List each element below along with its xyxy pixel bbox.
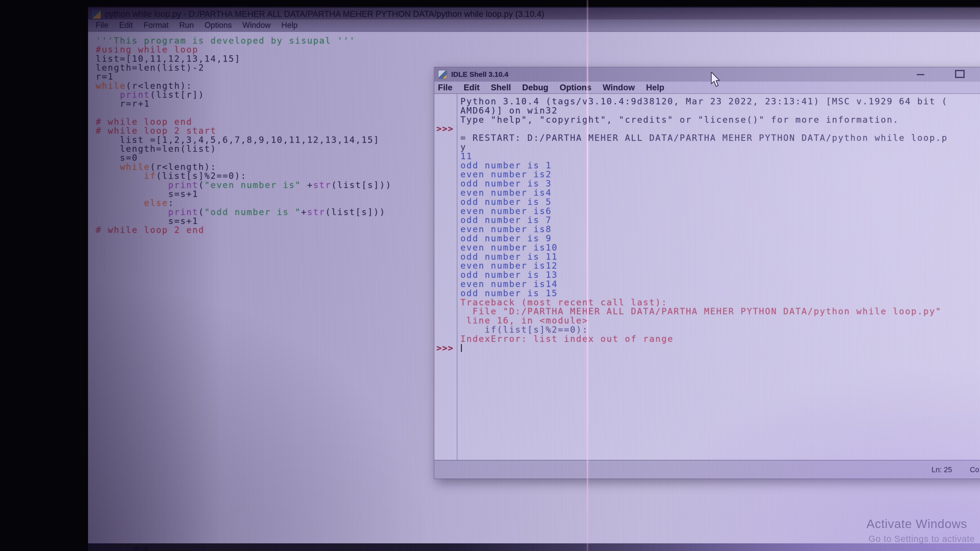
menu-item-file[interactable]: File [96,21,108,30]
shell-output: Python 3.10.4 (tags/v3.10.4:9d38120, Mar… [460,97,980,353]
text-caret [461,344,462,352]
menu-item-shell[interactable]: Shell [491,83,511,92]
idle-shell-window: IDLE Shell 3.10.4 FileEditShellDebugOpti… [434,67,980,479]
shell-line: if(list[s]%2==0): [460,325,980,334]
shell-line: odd number is 5 [460,197,980,206]
shell-line: odd number is 1 [460,161,980,170]
shell-line: even number is2 [460,170,980,179]
menu-item-window[interactable]: Window [242,21,270,30]
menu-item-window[interactable]: Window [603,83,635,92]
shell-line: File "D:/PARTHA MEHER ALL DATA/PARTHA ME… [460,307,980,316]
shell-prompt: >>> [436,344,453,353]
python-file-icon [92,10,101,19]
minimize-icon[interactable] [917,74,924,75]
search-icon[interactable] [195,546,203,551]
windows-taskbar [88,543,980,551]
shell-line: line 16, in <module> [460,316,980,325]
shell-line: odd number is 13 [460,270,980,279]
shell-line: odd number is 11 [460,252,980,262]
shell-line: odd number is 3 [460,179,980,188]
activate-windows-subtext: Go to Settings to activate [869,534,975,544]
shell-line [460,124,980,133]
shell-line [460,344,980,353]
code-line: #using while loop [96,45,980,54]
menu-item-debug[interactable]: Debug [522,83,549,92]
shell-line: = RESTART: D:/PARTHA MEHER ALL DATA/PART… [460,133,980,143]
shell-line: even number is4 [460,188,980,197]
shell-titlebar[interactable]: IDLE Shell 3.10.4 [434,67,980,82]
status-line-number: Ln: 25 [932,465,952,474]
shell-line: Python 3.10.4 (tags/v3.10.4:9d38120, Mar… [460,97,980,106]
shell-line: even number is8 [460,225,980,234]
shell-line: even number is10 [460,243,980,252]
shell-line: y [460,143,980,152]
monitor-screen: python while loop.py - D:/PARTHA MEHER A… [88,6,980,551]
menu-item-format[interactable]: Format [143,21,169,30]
editor-titlebar[interactable]: python while loop.py - D:/PARTHA MEHER A… [88,6,980,21]
shell-menubar: FileEditShellDebugOptionsWindowHelp [434,82,980,94]
shell-line: even number is6 [460,206,980,216]
code-line: list=[10,11,12,13,14,15] [96,54,980,63]
shell-line: AMD64)] on win32 [460,106,980,115]
shell-line: odd number is 15 [460,289,980,298]
code-line: '''This program is developed by sisupal … [96,36,980,45]
editor-window-title: python while loop.py - D:/PARTHA MEHER A… [105,9,544,19]
shell-line: even number is14 [460,279,980,289]
activate-windows-watermark: Activate Windows [866,517,967,531]
shell-line: Traceback (most recent call last): [460,298,980,307]
shell-statusbar: Ln: 25 Co [434,460,980,478]
menu-item-file[interactable]: File [438,83,452,92]
shell-window-title: IDLE Shell 3.10.4 [451,70,508,79]
menu-item-help[interactable]: Help [646,83,665,92]
shell-line: Type "help", "copyright", "credits" or "… [460,115,980,124]
editor-menubar: FileEditFormatRunOptionsWindowHelp [88,19,980,32]
menu-item-options[interactable]: Options [204,21,232,30]
menu-item-help[interactable]: Help [282,21,298,30]
status-column-number: Co [970,465,979,474]
shell-line: 11 [460,152,980,161]
shell-prompt: >>> [436,124,453,133]
menu-item-edit[interactable]: Edit [464,83,479,92]
shell-line: IndexError: list index out of range [460,334,980,344]
shell-sidebar-divider [457,94,457,460]
maximize-icon[interactable] [955,70,965,78]
menu-item-options[interactable]: Options [560,83,592,92]
photo-of-monitor: { "editor": { "title": "python while loo… [0,0,980,551]
mouse-cursor-icon [711,72,724,88]
idle-shell-icon [438,70,447,79]
shell-line: odd number is 7 [460,216,980,225]
menu-item-edit[interactable]: Edit [119,21,133,30]
windows-start-icon[interactable] [135,547,148,551]
shell-line: even number is12 [460,261,980,270]
shell-text-area[interactable]: Python 3.10.4 (tags/v3.10.4:9d38120, Mar… [434,94,980,460]
menu-item-run[interactable]: Run [180,21,194,30]
shell-line: odd number is 9 [460,234,980,243]
